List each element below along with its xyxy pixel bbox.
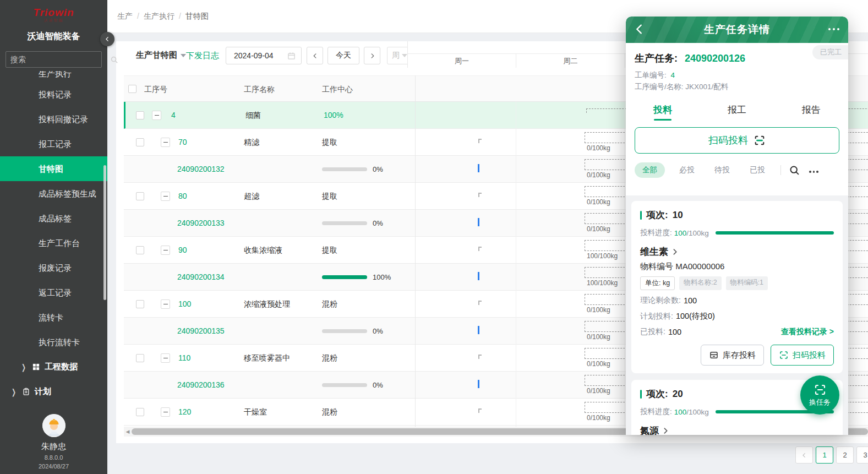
sidebar-group-plan[interactable]: ❯计划 bbox=[0, 379, 107, 404]
sidebar-item[interactable]: 报废记录 bbox=[0, 255, 107, 280]
row-collapse-icon[interactable] bbox=[161, 353, 170, 363]
process-no-link[interactable]: 110 bbox=[178, 345, 190, 372]
breadcrumb-item[interactable]: 生产 bbox=[117, 12, 133, 21]
sidebar-item[interactable]: 甘特图 bbox=[0, 156, 107, 181]
row-checkbox[interactable] bbox=[136, 300, 144, 308]
sidebar-item-label: 流转卡 bbox=[39, 313, 63, 322]
row-checkbox[interactable] bbox=[136, 408, 144, 416]
gantt-task-label: 0/100kg bbox=[587, 414, 610, 422]
search-icon[interactable] bbox=[110, 56, 118, 64]
task-no-link[interactable]: 24090200134 bbox=[177, 264, 225, 291]
row-collapse-icon[interactable] bbox=[161, 246, 170, 255]
scan-feed-button[interactable]: 扫码投料 bbox=[771, 345, 834, 366]
row-checkbox[interactable] bbox=[136, 192, 144, 200]
switch-task-fab[interactable]: 换任务 bbox=[800, 375, 839, 415]
row-progress-bar bbox=[322, 329, 367, 333]
filter-chip[interactable]: 待投 bbox=[714, 165, 730, 175]
scan-feed-button[interactable]: 扫码投料 bbox=[635, 127, 839, 154]
breadcrumb-item[interactable]: 甘特图 bbox=[185, 12, 209, 21]
filter-chip[interactable]: 必投 bbox=[679, 165, 695, 175]
panel-tab[interactable]: 投料 bbox=[626, 98, 700, 123]
filter-chip[interactable]: 已投 bbox=[750, 165, 765, 175]
more-options-icon[interactable] bbox=[828, 28, 839, 30]
next-period-button[interactable] bbox=[364, 47, 380, 64]
back-icon[interactable] bbox=[634, 23, 646, 35]
sidebar-scrollbar[interactable] bbox=[103, 165, 106, 300]
breadcrumb: 生产/生产执行/甘特图 bbox=[117, 12, 209, 21]
page-button[interactable]: 2 bbox=[836, 446, 854, 464]
sidebar-item[interactable]: 成品标签预生成 bbox=[0, 181, 107, 206]
task-no-link[interactable]: 24090200132 bbox=[177, 156, 225, 183]
avatar[interactable] bbox=[42, 414, 65, 437]
sidebar-item[interactable]: 生产工作台 bbox=[0, 231, 107, 255]
sidebar-item[interactable]: 投料回撤记录 bbox=[0, 107, 107, 132]
sidebar-item[interactable]: 返工记录 bbox=[0, 280, 107, 305]
row-progress-bar bbox=[322, 221, 367, 225]
material-field: 已投料:100查看投料记录 > bbox=[640, 327, 834, 337]
material-name: 氮源 bbox=[640, 424, 659, 435]
user-name: 朱静忠 bbox=[0, 442, 107, 452]
sidebar-collapse-icon[interactable] bbox=[100, 32, 114, 46]
filter-chip[interactable]: 全部 bbox=[635, 162, 665, 178]
row-collapse-icon[interactable] bbox=[152, 111, 161, 120]
row-collapse-icon[interactable] bbox=[161, 299, 170, 309]
inventory-feed-button[interactable]: 库存投料 bbox=[701, 345, 764, 366]
row-collapse-icon[interactable] bbox=[161, 138, 170, 147]
row-collapse-icon[interactable] bbox=[161, 407, 170, 417]
sidebar-item[interactable]: 生产执行 bbox=[0, 71, 107, 82]
dispatch-log-link[interactable]: 下发日志 bbox=[186, 51, 219, 61]
page-button[interactable]: 3 bbox=[856, 446, 868, 464]
task-no-link[interactable]: 24090200135 bbox=[177, 318, 225, 345]
process-no-link[interactable]: 80 bbox=[178, 183, 187, 210]
row-checkbox[interactable] bbox=[136, 111, 144, 119]
search-input[interactable] bbox=[10, 55, 110, 64]
process-no-link[interactable]: 100 bbox=[178, 291, 191, 318]
date-picker[interactable]: 2024-09-04 bbox=[226, 47, 302, 64]
item-label: 项次: bbox=[646, 388, 668, 400]
prev-period-button[interactable] bbox=[307, 47, 323, 64]
panel-tab[interactable]: 报工 bbox=[700, 98, 774, 123]
row-checkbox[interactable] bbox=[136, 354, 144, 362]
sidebar-search[interactable] bbox=[6, 51, 102, 68]
org-title: 沃迪智能装备 bbox=[0, 31, 107, 42]
page-button[interactable]: 1 bbox=[816, 446, 833, 464]
sidebar-item[interactable]: 流转卡 bbox=[0, 305, 107, 330]
task-no-link[interactable]: 24090200136 bbox=[177, 372, 225, 399]
order-label: 工单编号: bbox=[635, 71, 667, 79]
row-collapse-icon[interactable] bbox=[161, 192, 170, 201]
sidebar-item[interactable]: 报工记录 bbox=[0, 132, 107, 156]
material-name-link[interactable]: 维生素 bbox=[640, 246, 834, 258]
more-filters-icon[interactable] bbox=[809, 167, 818, 173]
gantt-task-label: 0/100kg bbox=[587, 171, 610, 179]
row-checkbox[interactable] bbox=[136, 246, 144, 254]
gantt-task-label: 0/100kg bbox=[587, 225, 610, 233]
search-icon[interactable] bbox=[789, 165, 800, 176]
process-no-link[interactable]: 90 bbox=[178, 237, 187, 264]
breadcrumb-item[interactable]: 生产执行 bbox=[144, 12, 174, 21]
sidebar-item[interactable]: 投料记录 bbox=[0, 82, 107, 107]
select-all-checkbox[interactable] bbox=[128, 85, 137, 93]
sidebar-group-engineering-data[interactable]: ❯工程数据 bbox=[0, 355, 107, 379]
view-feed-records-link[interactable]: 查看投料记录 > bbox=[781, 327, 834, 337]
today-button[interactable]: 今天 bbox=[327, 47, 359, 64]
page-prev-button[interactable] bbox=[795, 446, 813, 464]
material-name-link[interactable]: 氮源 bbox=[640, 424, 834, 435]
panel-tab[interactable]: 报告 bbox=[774, 98, 848, 123]
view-select[interactable]: 生产甘特图 bbox=[136, 50, 186, 61]
process-name: 干燥室 bbox=[244, 399, 267, 426]
feed-item-card: 项次:10投料进度:100/100kg维生素物料编号 MA00000006单位:… bbox=[631, 201, 843, 373]
row-checkbox[interactable] bbox=[136, 138, 144, 146]
process-no-link[interactable]: 120 bbox=[178, 399, 191, 426]
task-number-link[interactable]: 24090200126 bbox=[685, 53, 745, 64]
sidebar-item[interactable]: 执行流转卡 bbox=[0, 330, 107, 355]
sidebar: Triowin 沃迪智能 沃迪智能装备 生产执行投料记录投料回撤记录报工记录甘特… bbox=[0, 0, 107, 474]
sidebar-item[interactable]: 成品标签 bbox=[0, 206, 107, 231]
process-no-link[interactable]: 4 bbox=[171, 102, 176, 129]
scroll-left-icon[interactable]: ◀ bbox=[124, 429, 132, 434]
task-no-link[interactable]: 24090200133 bbox=[177, 210, 225, 237]
process-no-link[interactable]: 70 bbox=[178, 129, 187, 156]
gantt-task-label: 100/100kg bbox=[587, 279, 618, 287]
app-version: 8.8.0.0 bbox=[0, 454, 107, 461]
row-progress-bar bbox=[322, 275, 367, 279]
sidebar-group-label: 计划 bbox=[35, 386, 51, 397]
